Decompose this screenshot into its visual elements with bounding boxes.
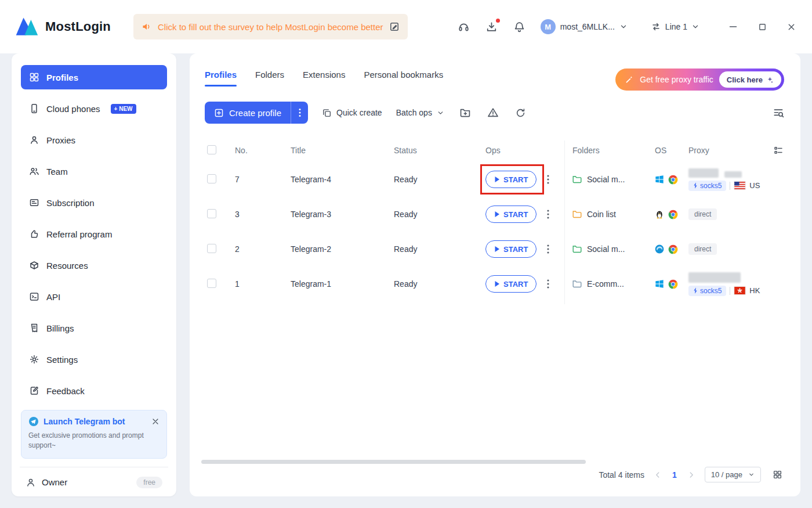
api-code-icon: [29, 291, 39, 302]
line-selector[interactable]: Line 1: [651, 21, 699, 32]
sidebar-item-profiles[interactable]: Profiles: [21, 65, 167, 89]
row-checkbox[interactable]: [207, 244, 216, 253]
topbar: MostLogin Click to fill out the survey t…: [0, 0, 812, 53]
sidebar-item-api[interactable]: API: [21, 284, 167, 309]
row-checkbox[interactable]: [207, 209, 216, 218]
create-profile-button[interactable]: Create profile: [205, 102, 291, 124]
new-badge: + NEW: [111, 104, 136, 114]
horizontal-scrollbar[interactable]: [201, 460, 586, 464]
create-profile-split-button: Create profile: [205, 102, 308, 124]
search-filter-icon[interactable]: [771, 106, 785, 120]
bot-card-body: Get exclusive promotions and prompt supp…: [28, 431, 144, 451]
survey-note-icon: [389, 21, 400, 32]
sidebar-item-cloud-phones[interactable]: Cloud phones + NEW: [21, 96, 167, 121]
phone-icon: [29, 103, 39, 114]
tab-folders[interactable]: Folders: [255, 70, 284, 87]
column-settings-icon[interactable]: [771, 143, 785, 157]
proxy-region: HK: [749, 286, 760, 295]
row-status: Ready: [394, 175, 485, 184]
sidebar-item-billings[interactable]: Billings: [21, 316, 167, 340]
table-row: 3 Telegram-3 Ready START Coin list: [205, 197, 785, 232]
page-size-select[interactable]: 10 / page: [705, 467, 761, 482]
col-os: OS: [655, 146, 688, 155]
close-icon[interactable]: [784, 20, 798, 34]
package-icon: [29, 260, 39, 271]
support-headset-icon[interactable]: [457, 20, 471, 34]
sidebar-item-label: Cloud phones: [46, 104, 100, 114]
plan-badge: free: [136, 477, 162, 488]
start-button[interactable]: START: [485, 240, 536, 258]
proxy-type-badge: direct: [688, 243, 717, 255]
sidebar-item-settings[interactable]: Settings: [21, 347, 167, 372]
download-icon[interactable]: [485, 20, 499, 34]
create-profile-more-icon[interactable]: [291, 102, 308, 124]
sidebar-item-label: API: [46, 292, 60, 302]
row-more-icon[interactable]: [546, 278, 550, 290]
sidebar-item-referral-program[interactable]: Referral program: [21, 222, 167, 246]
start-button[interactable]: START: [485, 275, 536, 293]
proxy-region: US: [749, 181, 760, 190]
refresh-icon[interactable]: [514, 106, 528, 120]
row-status: Ready: [394, 279, 485, 289]
row-more-icon[interactable]: [546, 243, 550, 255]
proxy-type-badge: direct: [688, 208, 717, 220]
redacted-proxy-info: [724, 171, 742, 178]
owner-row[interactable]: Owner free: [21, 467, 167, 488]
col-proxy: Proxy: [688, 146, 764, 155]
telegram-bot-card: Launch Telegram bot Get exclusive promot…: [21, 410, 167, 459]
fixed-column-divider: [564, 140, 565, 304]
table-row: 7 Telegram-4 Ready START: [205, 162, 785, 197]
tab-extensions[interactable]: Extensions: [303, 70, 345, 87]
sidebar-item-subscription[interactable]: Subscription: [21, 190, 167, 215]
sidebar-item-resources[interactable]: Resources: [21, 253, 167, 278]
proxy-type-icon: [693, 182, 698, 189]
start-button[interactable]: START: [485, 206, 536, 223]
batch-ops-dropdown[interactable]: Batch ops: [396, 108, 444, 117]
brand-name: MostLogin: [45, 19, 111, 34]
click-here-button[interactable]: Click here: [719, 71, 781, 88]
col-status: Status: [394, 146, 485, 155]
table-row: 1 Telegram-1 Ready START E-comm...: [205, 266, 785, 301]
tab-personal-bookmarks[interactable]: Personal bookmarks: [364, 70, 443, 87]
folder-add-icon[interactable]: [458, 106, 472, 120]
start-button[interactable]: START: [485, 171, 536, 188]
bell-icon[interactable]: [513, 20, 527, 34]
survey-banner-text: Click to fill out the survey to help Mos…: [158, 22, 383, 32]
table-row: 2 Telegram-2 Ready START Social m...: [205, 232, 785, 266]
hk-flag-icon: [734, 286, 746, 295]
minimize-icon[interactable]: [726, 20, 740, 34]
sidebar-item-team[interactable]: Team: [21, 159, 167, 183]
account-menu[interactable]: M most_6MLLK...: [541, 19, 628, 34]
chrome-icon: [668, 279, 678, 289]
card-icon: [29, 197, 39, 208]
bot-card-title[interactable]: Launch Telegram bot: [44, 417, 125, 426]
row-checkbox[interactable]: [207, 279, 216, 288]
sidebar-item-feedback[interactable]: Feedback: [21, 379, 167, 403]
quick-create-button[interactable]: Quick create: [322, 108, 382, 118]
row-more-icon[interactable]: [546, 208, 550, 220]
row-status: Ready: [394, 210, 485, 219]
proxy-type-badge: socks5: [688, 181, 726, 191]
row-checkbox[interactable]: [207, 174, 216, 183]
proxy-shield-icon: [29, 135, 39, 145]
select-all-checkbox[interactable]: [207, 145, 216, 154]
page-number[interactable]: 1: [671, 470, 678, 480]
toolbar: Create profile Quick create Batch ops: [205, 102, 785, 124]
close-icon[interactable]: [151, 417, 160, 426]
alert-triangle-icon[interactable]: [486, 106, 500, 120]
play-icon: [494, 176, 500, 183]
row-more-icon[interactable]: [546, 174, 550, 185]
survey-banner[interactable]: Click to fill out the survey to help Mos…: [133, 14, 408, 39]
prev-page-icon[interactable]: [654, 471, 662, 479]
view-grid-icon[interactable]: [770, 468, 784, 482]
maximize-icon[interactable]: [755, 20, 769, 34]
sidebar-item-proxies[interactable]: Proxies: [21, 128, 167, 152]
next-page-icon[interactable]: [687, 471, 695, 479]
linux-icon: [655, 210, 664, 219]
folder-icon: [572, 280, 582, 288]
tab-profiles[interactable]: Profiles: [205, 70, 237, 87]
proxy-traffic-promo[interactable]: Get free proxy traffic Click here: [615, 69, 784, 91]
gear-icon: [29, 354, 39, 365]
table-body: 7 Telegram-4 Ready START: [205, 162, 785, 301]
redacted-proxy-info: [688, 272, 741, 283]
